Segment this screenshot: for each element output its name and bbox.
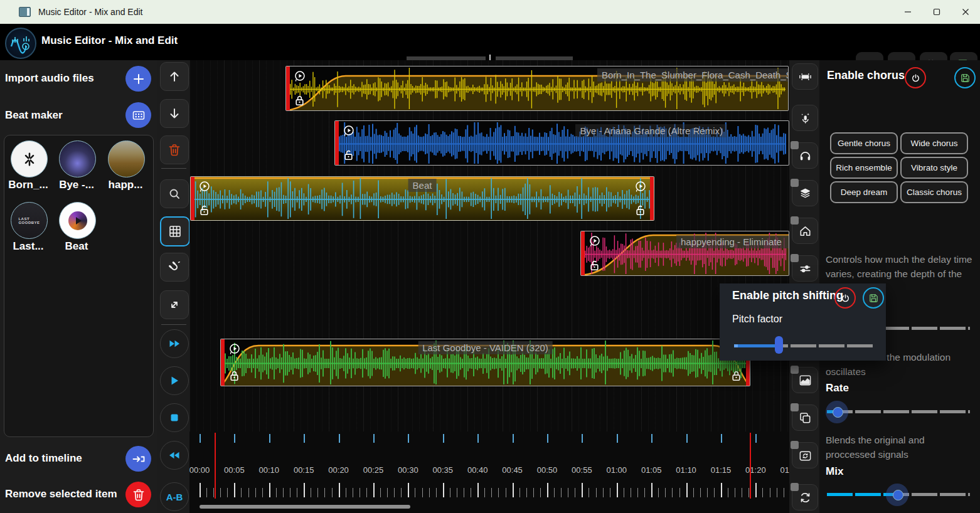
mix-slider[interactable] (827, 484, 970, 505)
replay-icon[interactable] (227, 342, 242, 357)
beat-maker-button[interactable] (125, 102, 151, 128)
add-to-timeline-button[interactable] (125, 446, 151, 472)
clip-trim-handle-left[interactable] (335, 121, 339, 165)
copy-button[interactable] (792, 405, 818, 431)
audio-clip[interactable]: Last Goodbye - VAIDEN (320) (220, 339, 750, 386)
remove-selected-button[interactable] (125, 482, 151, 507)
stop-button[interactable] (160, 403, 189, 432)
preset-button[interactable]: Classic chorus (900, 181, 968, 203)
playhead-marker[interactable] (750, 433, 751, 499)
preset-button[interactable]: Gentle chorus (830, 132, 898, 154)
audio-file-thumbnail[interactable] (108, 140, 145, 177)
audio-file-thumbnail[interactable] (59, 202, 96, 239)
ab-loop-button[interactable]: A-B (160, 482, 189, 511)
replay-icon[interactable] (292, 70, 307, 84)
magnet-button[interactable] (160, 253, 189, 282)
lock-icon[interactable] (227, 369, 242, 383)
horizontal-scrollbar[interactable] (200, 505, 410, 509)
audio-clip[interactable]: Born_In_The_Slumber_Flora_Cash_Death_S (285, 66, 789, 111)
ruler-tick (415, 488, 415, 497)
import-audio-button[interactable] (125, 66, 151, 92)
ruler-tick (617, 483, 618, 497)
clip-trim-handle-left[interactable] (221, 339, 225, 386)
layers-button[interactable] (792, 180, 818, 206)
lock-icon[interactable] (197, 203, 211, 218)
preset-button[interactable]: Rich ensemble (830, 157, 898, 179)
replay-icon[interactable] (197, 180, 211, 194)
clip-trim-handle-right[interactable] (650, 177, 654, 220)
ruler-tick (297, 488, 297, 497)
timeline[interactable]: Born_In_The_Slumber_Flora_Cash_Death_SBy… (189, 60, 789, 513)
replay-icon[interactable] (587, 235, 602, 249)
chorus-save-button[interactable] (954, 67, 976, 88)
preset-button[interactable]: Deep dream (830, 181, 898, 203)
camera-sync-button[interactable] (792, 442, 818, 468)
sync-icon (798, 490, 812, 505)
ruler-cyan-tick (686, 434, 688, 443)
clip-trim-handle-left[interactable] (286, 66, 290, 110)
pitch-factor-slider[interactable] (734, 335, 873, 356)
pitch-save-button[interactable] (863, 287, 884, 309)
preset-button[interactable]: Wide chorus (900, 132, 968, 154)
audio-file-thumbnail[interactable] (59, 140, 96, 177)
rewind-button[interactable] (160, 441, 189, 470)
audio-clip[interactable]: happyending - Eliminate (580, 231, 789, 276)
replay-icon[interactable] (633, 180, 647, 194)
sliders-button[interactable] (792, 255, 818, 282)
trim-button[interactable] (792, 63, 818, 90)
ruler-tick (387, 488, 388, 497)
audio-file-thumbnail[interactable]: LASTGOODBYE (11, 202, 48, 239)
lock-icon[interactable] (587, 258, 602, 273)
home-button[interactable] (792, 218, 818, 244)
timeline-ruler[interactable]: 00:0000:0500:1000:1500:2000:2500:3000:35… (189, 431, 789, 513)
pitch-power-button[interactable] (834, 287, 856, 309)
button-badge (791, 141, 799, 149)
ruler-tick (353, 488, 353, 497)
move-down-button[interactable] (160, 99, 189, 128)
lock-icon[interactable] (729, 369, 743, 383)
ruler-time-label: 00:25 (363, 465, 384, 475)
ruler-time-label: 00:00 (189, 465, 210, 475)
preset-button[interactable]: Vibrato style (900, 157, 968, 179)
close-icon[interactable] (951, 0, 980, 24)
area-chart-button[interactable] (792, 367, 818, 393)
audio-clip[interactable]: Beat (190, 176, 654, 221)
sync-button[interactable] (792, 484, 818, 510)
headphones-button[interactable] (792, 142, 818, 169)
delete-button[interactable] (160, 135, 189, 164)
replay-icon[interactable] (341, 124, 356, 139)
ruler-tick (471, 488, 471, 497)
lock-icon[interactable] (633, 203, 647, 218)
expand-button[interactable] (160, 290, 189, 319)
ruler-tick (366, 488, 367, 497)
grid-snap-button[interactable] (160, 216, 190, 246)
rate-slider[interactable] (827, 401, 970, 422)
maximize-icon[interactable] (922, 0, 951, 24)
sidebar: Import audio files Beat maker Born_...By… (0, 60, 157, 513)
move-up-button[interactable] (160, 62, 189, 91)
app-header: Music Editor - Mix and Edit 00:00,000 02… (0, 24, 980, 60)
audio-file-thumbnail[interactable] (11, 140, 48, 177)
ruler-cyan-tick (513, 434, 514, 443)
clip-trim-handle-left[interactable] (191, 177, 194, 220)
playhead-marker[interactable] (215, 433, 216, 499)
ruler-tick (679, 488, 680, 497)
trash-icon (131, 487, 146, 502)
zoom-search-button[interactable] (160, 179, 189, 208)
ruler-tick (457, 488, 457, 497)
lock-icon[interactable] (292, 93, 307, 108)
fast-forward-button[interactable] (160, 329, 189, 358)
play-button[interactable] (160, 366, 189, 395)
mic-effects-button[interactable] (792, 105, 818, 131)
add-to-timeline-label: Add to timeline (5, 452, 82, 465)
audio-clip[interactable]: Bye - Ariana Grande (Altre Remix) (334, 120, 789, 166)
clip-trim-handle-left[interactable] (581, 231, 585, 275)
ruler-time-label: 01:00 (607, 465, 627, 475)
ruler-tick (700, 488, 701, 497)
lock-icon[interactable] (341, 148, 356, 162)
plus-icon (131, 71, 146, 87)
chorus-power-button[interactable] (905, 67, 926, 88)
ruler-tick (206, 488, 207, 497)
clip-title: Last Goodbye - VAIDEN (320) (418, 341, 553, 354)
minimize-icon[interactable] (893, 0, 922, 24)
